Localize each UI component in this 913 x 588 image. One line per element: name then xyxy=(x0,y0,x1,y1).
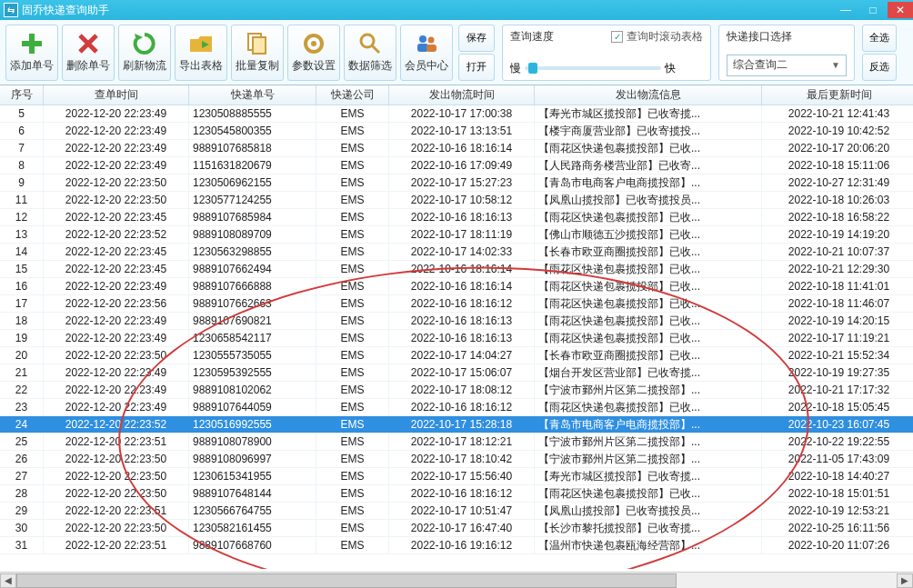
table-cell: 2022-10-21 15:52:34 xyxy=(762,347,913,364)
app-icon: ⇆ xyxy=(4,3,18,17)
interface-combo[interactable]: 综合查询二 ▼ xyxy=(727,55,847,76)
settings-label: 参数设置 xyxy=(292,58,336,74)
batch-copy-button[interactable]: 批量复制 xyxy=(231,25,284,81)
table-cell: 2022-10-16 18:16:14 xyxy=(389,140,535,156)
table-row[interactable]: 82022-12-20 22:23:491151631820679EMS2022… xyxy=(0,157,913,174)
table-cell: 28 xyxy=(0,485,44,502)
delete-button[interactable]: 删除单号 xyxy=(62,25,115,81)
table-cell: EMS xyxy=(316,537,389,553)
table-row[interactable]: 242022-12-20 22:23:521230516992555EMS202… xyxy=(0,416,913,434)
table-cell: 2022-10-21 12:41:43 xyxy=(762,105,913,122)
table-cell: 30 xyxy=(0,520,44,536)
table-row[interactable]: 252022-12-20 22:23:519889108078900EMS202… xyxy=(0,434,913,451)
table-row[interactable]: 162022-12-20 22:23:499889107666888EMS202… xyxy=(0,278,913,295)
table-row[interactable]: 62022-12-20 22:23:491230545800355EMS2022… xyxy=(0,123,913,140)
table-row[interactable]: 182022-12-20 22:23:499889107690821EMS202… xyxy=(0,313,913,330)
table-cell: 【雨花区快递包裹揽投部】已收... xyxy=(535,278,762,294)
scroll-right-icon[interactable]: ▶ xyxy=(897,573,913,588)
table-row[interactable]: 72022-12-20 22:23:499889107685818EMS2022… xyxy=(0,140,913,157)
invert-select-button[interactable]: 反选 xyxy=(862,54,897,81)
table: 序号 查单时间 快递单号 快递公司 发出物流时间 发出物流信息 最后更新时间 最… xyxy=(0,85,913,569)
table-cell: 9889108089709 xyxy=(189,226,316,243)
close-button[interactable]: ✕ xyxy=(888,2,913,18)
table-body[interactable]: 52022-12-20 22:23:491230508885555EMS2022… xyxy=(0,105,913,569)
table-row[interactable]: 152022-12-20 22:23:459889107662494EMS202… xyxy=(0,261,913,278)
combo-value: 综合查询二 xyxy=(733,57,788,73)
table-row[interactable]: 112022-12-20 22:23:501230577124255EMS202… xyxy=(0,192,913,209)
table-row[interactable]: 292022-12-20 22:23:511230566764755EMS202… xyxy=(0,503,913,520)
table-cell: 【宁波市鄞州片区第二揽投部】... xyxy=(535,451,762,467)
table-row[interactable]: 222022-12-20 22:23:499889108102062EMS202… xyxy=(0,382,913,399)
save-button[interactable]: 保存 xyxy=(458,25,495,52)
table-cell: 13 xyxy=(0,226,44,243)
table-cell: 2022-10-17 18:08:12 xyxy=(389,382,535,398)
table-row[interactable]: 282022-12-20 22:23:509889107648144EMS202… xyxy=(0,485,913,503)
table-row[interactable]: 232022-12-20 22:23:499889107644059EMS202… xyxy=(0,399,913,416)
table-row[interactable]: 272022-12-20 22:23:501230615341955EMS202… xyxy=(0,468,913,485)
table-cell: 2022-10-19 14:20:15 xyxy=(762,313,913,329)
member-button[interactable]: 会员中心 xyxy=(400,25,453,81)
table-cell: 9889107666888 xyxy=(189,278,316,294)
speed-label: 查询速度 xyxy=(510,29,554,45)
refresh-button[interactable]: 刷新物流 xyxy=(118,25,171,81)
col-lasttime[interactable]: 最后更新时间 xyxy=(762,85,913,105)
table-row[interactable]: 312022-12-20 22:23:519889107668760EMS202… xyxy=(0,537,913,554)
add-label: 添加单号 xyxy=(10,58,54,74)
col-querytime[interactable]: 查单时间 xyxy=(44,85,189,105)
col-trackno[interactable]: 快递单号 xyxy=(189,85,316,105)
settings-button[interactable]: 参数设置 xyxy=(287,25,340,81)
scroll-checkbox[interactable]: ✓ xyxy=(611,31,623,43)
col-outinfo[interactable]: 发出物流信息 xyxy=(535,85,762,105)
export-button[interactable]: 导出表格 xyxy=(175,25,227,81)
table-row[interactable]: 122022-12-20 22:23:459889107685984EMS202… xyxy=(0,209,913,226)
table-cell: 2022-12-20 22:23:45 xyxy=(44,244,189,260)
table-cell: 24 xyxy=(0,416,44,433)
table-row[interactable]: 92022-12-20 22:23:501230506962155EMS2022… xyxy=(0,174,913,192)
table-cell: EMS xyxy=(316,261,389,277)
filter-button[interactable]: 数据筛选 xyxy=(344,25,396,81)
scroll-left-icon[interactable]: ◀ xyxy=(0,573,16,588)
table-cell: EMS xyxy=(316,244,389,260)
speed-slider[interactable] xyxy=(525,66,661,70)
table-cell: 2022-12-20 22:23:49 xyxy=(44,123,189,139)
table-cell: 【长沙市黎托揽投部】已收寄揽... xyxy=(535,520,762,536)
horizontal-scrollbar[interactable]: ◀ ▶ xyxy=(0,572,913,588)
select-all-button[interactable]: 全选 xyxy=(862,25,897,52)
table-cell: 【青岛市电商客户电商揽投部】... xyxy=(535,416,762,433)
table-cell: 2022-10-17 18:11:19 xyxy=(389,226,535,243)
col-company[interactable]: 快递公司 xyxy=(316,85,389,105)
table-cell: 2022-12-20 22:23:56 xyxy=(44,295,189,312)
table-cell: EMS xyxy=(316,451,389,467)
minimize-button[interactable]: — xyxy=(833,2,858,18)
svg-rect-3 xyxy=(253,37,266,54)
table-cell: 2022-12-20 22:23:49 xyxy=(44,382,189,398)
table-cell: 【长春市欧亚商圈揽投部】已收... xyxy=(535,244,762,260)
open-button[interactable]: 打开 xyxy=(458,54,495,81)
table-row[interactable]: 132022-12-20 22:23:529889108089709EMS202… xyxy=(0,226,913,244)
table-cell: EMS xyxy=(316,468,389,484)
table-cell: 2022-10-16 18:16:12 xyxy=(389,485,535,502)
table-cell: 【温州市快递包裹瓯海经营部】... xyxy=(535,537,762,553)
table-row[interactable]: 172022-12-20 22:23:569889107662663EMS202… xyxy=(0,295,913,313)
table-row[interactable]: 52022-12-20 22:23:491230508885555EMS2022… xyxy=(0,105,913,123)
table-cell: 2022-10-17 16:47:40 xyxy=(389,520,535,536)
x-icon xyxy=(75,31,101,56)
col-seq[interactable]: 序号 xyxy=(0,85,44,105)
table-cell: 20 xyxy=(0,347,44,364)
table-row[interactable]: 202022-12-20 22:23:501230555735055EMS202… xyxy=(0,347,913,364)
table-cell: 2022-12-20 22:23:50 xyxy=(44,192,189,208)
table-cell: EMS xyxy=(316,520,389,536)
titlebar: ⇆ 固乔快递查询助手 — □ ✕ xyxy=(0,0,913,20)
table-row[interactable]: 212022-12-20 22:23:491230595392555EMS202… xyxy=(0,364,913,382)
table-cell: 2022-12-20 22:23:49 xyxy=(44,313,189,329)
add-button[interactable]: 添加单号 xyxy=(5,25,58,81)
table-row[interactable]: 192022-12-20 22:23:491230658542117EMS202… xyxy=(0,330,913,347)
table-row[interactable]: 262022-12-20 22:23:509889108096997EMS202… xyxy=(0,451,913,468)
table-row[interactable]: 302022-12-20 22:23:501230582161455EMS202… xyxy=(0,520,913,537)
maximize-button[interactable]: □ xyxy=(860,2,886,18)
copy-icon xyxy=(245,31,270,56)
col-outtime[interactable]: 发出物流时间 xyxy=(389,85,535,105)
table-row[interactable]: 142022-12-20 22:23:451230563298855EMS202… xyxy=(0,244,913,261)
svg-rect-1 xyxy=(22,41,42,46)
table-cell: 2022-12-20 22:23:45 xyxy=(44,261,189,277)
